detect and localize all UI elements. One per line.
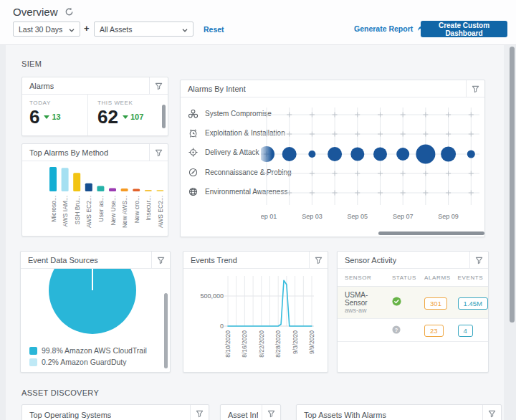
week-delta: 107 <box>123 113 143 121</box>
sensor-row[interactable]: ? 23 4 <box>338 319 488 342</box>
card-title: Top Operating Systems <box>22 411 111 419</box>
column-header: EVENTS <box>451 269 488 287</box>
svg-text:Microso...: Microso... <box>50 196 57 222</box>
sensor-activity-table: SENSORSTATUSALARMSEVENTS USMA-Sensor aws… <box>338 269 488 342</box>
svg-text:8/28/2020: 8/28/2020 <box>274 330 282 358</box>
filter-icon[interactable] <box>262 405 280 420</box>
asset-scope-value: All Assets <box>100 25 133 34</box>
legend-swatch <box>29 358 37 366</box>
events-trend-card: Events Trend 500,00008/10/20208/16/20208… <box>183 251 328 373</box>
filter-icon[interactable] <box>309 252 328 269</box>
filter-icon[interactable] <box>466 80 484 97</box>
arrow-down-icon <box>44 115 49 119</box>
pie-legend: 99.8% Amazon AWS CloudTrail 0.2% Amazon … <box>29 343 147 366</box>
time-range-value: Last 30 Days <box>19 25 62 34</box>
alarms-count-badge[interactable]: 301 <box>424 297 447 310</box>
events-count-badge[interactable]: 4 <box>458 325 473 337</box>
filter-icon[interactable] <box>469 252 488 269</box>
environmental-awareness-icon <box>188 186 200 197</box>
svg-text:8/10/2020: 8/10/2020 <box>224 330 231 358</box>
filter-icon[interactable] <box>482 405 501 420</box>
card-title: Event Data Sources <box>21 256 98 264</box>
filter-icon[interactable] <box>151 252 170 269</box>
arrow-down-icon <box>123 115 128 119</box>
bar <box>62 168 69 191</box>
sensor-row[interactable]: USMA-Sensor aws-aw 301 1.45M <box>338 287 488 319</box>
column-header: SENSOR <box>338 269 385 287</box>
reconnaissance-probing-icon <box>188 167 200 178</box>
svg-text:SSH Bru...: SSH Bru... <box>74 196 81 224</box>
filter-icon[interactable] <box>149 77 168 95</box>
refresh-icon[interactable] <box>64 7 74 16</box>
intent-bubble-chart: Sep 01Sep 03Sep 05Sep 07Sep 09 <box>261 97 484 237</box>
events-count-badge[interactable]: 1.45M <box>458 297 488 310</box>
topbar: Overview Last 30 Days + All Assets Reset… <box>0 0 516 45</box>
svg-text:User as...: User as... <box>97 196 105 221</box>
legend-row: 99.8% Amazon AWS CloudTrail <box>29 346 147 355</box>
bar <box>145 190 152 191</box>
svg-text:Sep 03: Sep 03 <box>302 213 322 220</box>
scrollbar-thumb[interactable] <box>162 105 166 128</box>
intent-category-label: Delivery & Attack <box>205 148 259 156</box>
bar <box>85 183 92 191</box>
bar <box>73 173 80 191</box>
top-assets-with-alarms-card: Top Assets With Alarms <box>296 404 502 420</box>
week-label: THIS WEEK <box>97 100 168 106</box>
page-scrollbar-thumb[interactable] <box>510 47 515 323</box>
svg-text:AWS EC2...: AWS EC2... <box>157 196 164 228</box>
events-trend-chart: 500,00008/10/20208/16/20208/22/20208/28/… <box>183 270 328 372</box>
legend-swatch <box>29 347 37 355</box>
column-header: STATUS <box>385 269 417 287</box>
chevron-down-icon <box>182 25 188 34</box>
card-title: Top Alarms By Method <box>22 148 108 157</box>
asset-scope-select[interactable]: All Assets <box>94 22 194 37</box>
legend-label: 0.2% Amazon GuardDuty <box>42 358 126 366</box>
svg-text:New AWS...: New AWS... <box>121 196 128 228</box>
card-title: Asset Infor... <box>221 411 258 419</box>
alarms-today: TODAY 6 13 <box>22 95 88 135</box>
svg-text:Sep 05: Sep 05 <box>348 213 368 220</box>
scrollbar-thumb[interactable] <box>164 293 168 368</box>
svg-text:Sep 09: Sep 09 <box>438 213 459 220</box>
card-title: Alarms <box>22 82 54 90</box>
sensor-subtitle: aws-aw <box>345 307 385 314</box>
bar <box>97 186 104 191</box>
bar <box>109 188 116 191</box>
horizontal-scrollbar-thumb[interactable] <box>378 232 484 235</box>
column-header: ALARMS <box>417 269 451 287</box>
svg-text:500,000: 500,000 <box>200 292 224 300</box>
legend-label: 99.8% Amazon AWS CloudTrail <box>42 346 147 355</box>
filter-icon[interactable] <box>190 405 209 420</box>
alarms-by-intent-card: Alarms By Intent System Compromise Explo… <box>180 80 485 237</box>
bar <box>156 190 163 191</box>
question-circle-icon: ? <box>392 325 401 334</box>
chevron-down-icon <box>69 25 75 34</box>
alarms-this-week: THIS WEEK 62 107 <box>88 95 168 135</box>
card-title: Top Assets With Alarms <box>297 411 386 419</box>
svg-text:AWS IAM...: AWS IAM... <box>62 196 69 227</box>
alarms-count-badge[interactable]: 23 <box>424 325 444 337</box>
card-title: Alarms By Intent <box>181 85 246 93</box>
today-value: 6 <box>29 106 39 128</box>
svg-text:New Use...: New Use... <box>110 196 117 226</box>
generate-report-link[interactable]: Generate Report <box>354 24 426 33</box>
filter-icon[interactable] <box>149 144 168 161</box>
legend-row: 0.2% Amazon GuardDuty <box>29 358 147 366</box>
svg-text:9/9/2020: 9/9/2020 <box>308 330 315 354</box>
reset-link[interactable]: Reset <box>204 25 224 34</box>
top-operating-systems-card: Top Operating Systems <box>22 404 209 420</box>
page-title: Overview <box>13 6 58 18</box>
create-custom-dashboard-button[interactable]: Create Custom Dashboard <box>421 21 507 37</box>
generate-report-label: Generate Report <box>354 24 413 33</box>
delivery-attack-icon <box>188 147 200 158</box>
exploitation-installation-icon <box>188 128 200 138</box>
today-delta: 13 <box>44 113 60 121</box>
bar <box>121 188 128 191</box>
asset-information-card: Asset Infor... <box>220 404 281 420</box>
today-label: TODAY <box>29 100 87 106</box>
svg-text:9/3/2020: 9/3/2020 <box>292 330 299 354</box>
sensor-name: USMA-Sensor <box>345 291 385 307</box>
bar <box>133 189 140 191</box>
time-range-select[interactable]: Last 30 Days <box>13 22 80 37</box>
svg-text:?: ? <box>395 326 398 333</box>
